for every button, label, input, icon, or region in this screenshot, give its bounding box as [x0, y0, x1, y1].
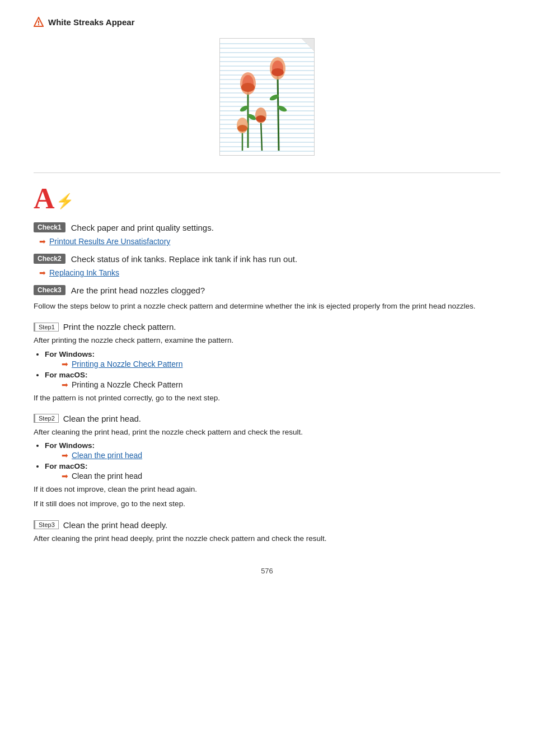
step2-row: Step2 Clean the print head.: [34, 414, 500, 423]
check2-link[interactable]: Replacing Ink Tanks: [49, 268, 119, 277]
section-divider: [34, 172, 500, 173]
check2-text: Check status of ink tanks. Replace ink t…: [71, 254, 297, 264]
check2-row: Check2 Check status of ink tanks. Replac…: [34, 254, 500, 264]
step1-macos-item: For macOS: ➡ Printing a Nozzle Check Pat…: [45, 371, 500, 389]
svg-rect-1: [38, 21, 39, 24]
step2-badge: Step2: [34, 414, 59, 423]
svg-rect-2: [38, 24, 39, 25]
svg-point-20: [256, 115, 266, 122]
check2-arrow-icon: ➡: [39, 268, 46, 277]
svg-point-6: [241, 83, 255, 92]
step1-bullet-list: For Windows: ➡ Printing a Nozzle Check P…: [45, 350, 500, 389]
step2-bullet-list: For Windows: ➡ Clean the print head For …: [45, 441, 500, 480]
check3-badge: Check3: [34, 285, 65, 295]
page-number: 576: [34, 567, 500, 575]
step1-macos-label: For macOS:: [45, 371, 88, 379]
step1-windows-link[interactable]: Printing a Nozzle Check Pattern: [72, 360, 182, 368]
step2-macos-item: For macOS: ➡ Clean the print head: [45, 462, 500, 480]
intro-text: Follow the steps below to print a nozzle…: [34, 301, 500, 312]
step2-if-text1: If it does not improve, clean the print …: [34, 484, 500, 495]
step3-badge: Step3: [34, 520, 59, 529]
step2-windows-arrow: ➡: [62, 451, 68, 460]
step2-after-text: After cleaning the print head, print the…: [34, 427, 500, 438]
check1-text: Check paper and print quality settings.: [71, 223, 214, 232]
answer-lightning-icon: ⚡: [56, 193, 74, 210]
step2-macos-arrow: ➡: [62, 472, 68, 480]
step3-title: Clean the print head deeply.: [63, 520, 168, 530]
step2-macos-label: For macOS:: [45, 462, 88, 470]
check1-arrow-icon: ➡: [39, 237, 46, 246]
flowers-illustration: [228, 47, 307, 151]
step1-badge: Step1: [34, 323, 59, 332]
title-icon: [34, 17, 44, 27]
check3-text: Are the print head nozzles clogged?: [71, 286, 205, 295]
step1-row: Step1 Print the nozzle check pattern.: [34, 322, 500, 332]
step3-after-text: After cleaning the print head deeply, pr…: [34, 533, 500, 544]
check3-row: Check3 Are the print head nozzles clogge…: [34, 285, 500, 295]
check1-row: Check1 Check paper and print quality set…: [34, 222, 500, 232]
step2-windows-link-row: ➡ Clean the print head: [62, 451, 500, 460]
step1-macos-link-row: ➡ Printing a Nozzle Check Pattern: [62, 380, 500, 389]
check1-badge: Check1: [34, 222, 65, 232]
svg-line-9: [278, 75, 279, 151]
step2-windows-item: For Windows: ➡ Clean the print head: [45, 441, 500, 460]
step1-after-text: After printing the nozzle check pattern,…: [34, 335, 500, 346]
step1-windows-arrow: ➡: [62, 360, 68, 368]
step2-windows-label: For Windows:: [45, 441, 95, 450]
step1-windows-link-row: ➡ Printing a Nozzle Check Pattern: [62, 360, 500, 368]
step3-row: Step3 Clean the print head deeply.: [34, 520, 500, 530]
check2-link-row: ➡ Replacing Ink Tanks: [39, 268, 500, 277]
check1-link-row: ➡ Printout Results Are Unsatisfactory: [39, 237, 500, 246]
step1-if-text: If the pattern is not printed correctly,…: [34, 393, 500, 404]
step2-if-text2: If it still does not improve, go to the …: [34, 498, 500, 510]
step2-windows-link[interactable]: Clean the print head: [72, 451, 142, 460]
step1-macos-arrow: ➡: [62, 380, 68, 389]
step2-macos-link-row: ➡ Clean the print head: [62, 472, 500, 480]
check2-badge: Check2: [34, 254, 65, 264]
answer-a-letter: A: [34, 184, 55, 213]
page-title: White Streaks Appear: [48, 17, 135, 27]
check1-link[interactable]: Printout Results Are Unsatisfactory: [49, 237, 170, 246]
page-title-row: White Streaks Appear: [34, 17, 500, 27]
answer-icon-row: A ⚡: [34, 184, 500, 213]
step1-windows-item: For Windows: ➡ Printing a Nozzle Check P…: [45, 350, 500, 368]
doc-image-container: [34, 38, 500, 156]
svg-point-17: [237, 125, 247, 132]
doc-image: [219, 38, 315, 156]
svg-line-18: [261, 120, 262, 151]
step2-macos-link-plain: Clean the print head: [72, 472, 142, 480]
svg-point-12: [271, 68, 284, 76]
step2-title: Clean the print head.: [63, 414, 141, 423]
step1-macos-link-plain: Printing a Nozzle Check Pattern: [72, 380, 182, 389]
step1-windows-label: For Windows:: [45, 350, 95, 358]
step1-title: Print the nozzle check pattern.: [63, 322, 176, 332]
